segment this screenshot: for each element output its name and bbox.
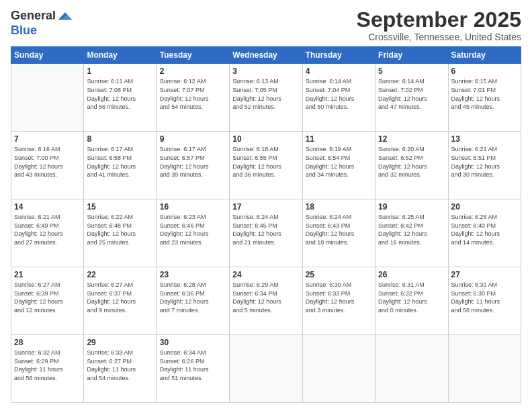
logo-icon [57, 8, 73, 24]
day-info: Sunrise: 6:27 AM Sunset: 6:37 PM Dayligh… [87, 281, 153, 314]
day-number: 3 [232, 66, 299, 77]
table-row: 4Sunrise: 6:14 AM Sunset: 7:04 PM Daylig… [302, 64, 375, 132]
calendar-week-row: 1Sunrise: 6:11 AM Sunset: 7:08 PM Daylig… [11, 64, 521, 132]
day-number: 14 [14, 201, 81, 212]
table-row: 24Sunrise: 6:29 AM Sunset: 6:34 PM Dayli… [230, 267, 302, 335]
day-number: 8 [87, 134, 153, 144]
header-sunday: Sunday [11, 47, 84, 64]
table-row: 14Sunrise: 6:21 AM Sunset: 6:49 PM Dayli… [11, 199, 84, 267]
calendar-table: Sunday Monday Tuesday Wednesday Thursday… [11, 46, 521, 403]
day-number: 30 [160, 337, 226, 348]
day-info: Sunrise: 6:21 AM Sunset: 6:49 PM Dayligh… [14, 213, 81, 246]
day-info: Sunrise: 6:16 AM Sunset: 7:00 PM Dayligh… [14, 145, 81, 179]
day-info: Sunrise: 6:20 AM Sunset: 6:52 PM Dayligh… [378, 145, 445, 179]
location-title: Crossville, Tennessee, United States [357, 32, 521, 42]
day-number: 29 [87, 337, 153, 348]
day-number: 2 [160, 66, 226, 77]
table-row [230, 335, 302, 403]
table-row: 19Sunrise: 6:25 AM Sunset: 6:42 PM Dayli… [375, 199, 448, 267]
table-row [448, 335, 521, 403]
table-row: 3Sunrise: 6:13 AM Sunset: 7:05 PM Daylig… [230, 64, 302, 132]
day-info: Sunrise: 6:17 AM Sunset: 6:57 PM Dayligh… [160, 145, 226, 179]
day-info: Sunrise: 6:18 AM Sunset: 6:55 PM Dayligh… [232, 145, 299, 179]
day-number: 28 [14, 337, 81, 348]
day-number: 17 [232, 201, 299, 212]
table-row [11, 64, 84, 132]
table-row: 28Sunrise: 6:32 AM Sunset: 6:29 PM Dayli… [11, 335, 84, 403]
day-info: Sunrise: 6:30 AM Sunset: 6:33 PM Dayligh… [306, 281, 372, 314]
logo-text-general: General [11, 9, 56, 23]
table-row: 21Sunrise: 6:27 AM Sunset: 6:39 PM Dayli… [11, 267, 84, 335]
day-number: 16 [160, 201, 226, 212]
day-number: 25 [306, 269, 372, 280]
day-info: Sunrise: 6:12 AM Sunset: 7:07 PM Dayligh… [160, 77, 226, 111]
day-info: Sunrise: 6:13 AM Sunset: 7:05 PM Dayligh… [232, 77, 299, 111]
table-row: 6Sunrise: 6:15 AM Sunset: 7:01 PM Daylig… [448, 64, 521, 132]
day-number: 10 [232, 134, 299, 144]
table-row: 18Sunrise: 6:24 AM Sunset: 6:43 PM Dayli… [302, 199, 375, 267]
day-number: 9 [160, 134, 226, 144]
title-block: September 2025 Crossville, Tennessee, Un… [357, 8, 521, 42]
table-row [375, 335, 448, 403]
day-info: Sunrise: 6:14 AM Sunset: 7:02 PM Dayligh… [378, 77, 445, 111]
day-number: 13 [451, 134, 518, 144]
table-row: 8Sunrise: 6:17 AM Sunset: 6:58 PM Daylig… [84, 132, 157, 199]
table-row: 20Sunrise: 6:26 AM Sunset: 6:40 PM Dayli… [448, 199, 521, 267]
page-header: General Blue September 2025 Crossville, … [11, 8, 521, 42]
day-info: Sunrise: 6:19 AM Sunset: 6:54 PM Dayligh… [306, 145, 372, 179]
day-number: 18 [306, 201, 372, 212]
day-info: Sunrise: 6:21 AM Sunset: 6:51 PM Dayligh… [451, 145, 518, 179]
table-row: 17Sunrise: 6:24 AM Sunset: 6:45 PM Dayli… [230, 199, 302, 267]
day-number: 15 [87, 201, 153, 212]
calendar-week-row: 14Sunrise: 6:21 AM Sunset: 6:49 PM Dayli… [11, 199, 521, 267]
day-info: Sunrise: 6:17 AM Sunset: 6:58 PM Dayligh… [87, 145, 153, 179]
day-number: 27 [451, 269, 518, 280]
table-row: 2Sunrise: 6:12 AM Sunset: 7:07 PM Daylig… [157, 64, 229, 132]
day-info: Sunrise: 6:32 AM Sunset: 6:29 PM Dayligh… [14, 349, 81, 382]
day-info: Sunrise: 6:24 AM Sunset: 6:45 PM Dayligh… [232, 213, 299, 246]
day-info: Sunrise: 6:14 AM Sunset: 7:04 PM Dayligh… [306, 77, 372, 111]
day-number: 11 [306, 134, 372, 144]
day-info: Sunrise: 6:25 AM Sunset: 6:42 PM Dayligh… [378, 213, 445, 246]
logo-text-blue: Blue [11, 24, 73, 38]
day-info: Sunrise: 6:15 AM Sunset: 7:01 PM Dayligh… [451, 77, 518, 111]
calendar-page: General Blue September 2025 Crossville, … [0, 0, 532, 411]
table-row [302, 335, 375, 403]
day-number: 22 [87, 269, 153, 280]
day-number: 23 [160, 269, 226, 280]
logo: General Blue [11, 8, 73, 38]
day-info: Sunrise: 6:31 AM Sunset: 6:30 PM Dayligh… [451, 281, 518, 314]
day-number: 24 [232, 269, 299, 280]
day-number: 6 [451, 66, 518, 77]
day-info: Sunrise: 6:33 AM Sunset: 6:27 PM Dayligh… [87, 349, 153, 382]
table-row: 5Sunrise: 6:14 AM Sunset: 7:02 PM Daylig… [375, 64, 448, 132]
table-row: 16Sunrise: 6:23 AM Sunset: 6:46 PM Dayli… [157, 199, 229, 267]
day-info: Sunrise: 6:28 AM Sunset: 6:36 PM Dayligh… [160, 281, 226, 314]
header-saturday: Saturday [448, 47, 521, 64]
day-number: 19 [378, 201, 445, 212]
day-info: Sunrise: 6:27 AM Sunset: 6:39 PM Dayligh… [14, 281, 81, 314]
table-row: 10Sunrise: 6:18 AM Sunset: 6:55 PM Dayli… [230, 132, 302, 199]
table-row: 27Sunrise: 6:31 AM Sunset: 6:30 PM Dayli… [448, 267, 521, 335]
table-row: 26Sunrise: 6:31 AM Sunset: 6:32 PM Dayli… [375, 267, 448, 335]
day-number: 5 [378, 66, 445, 77]
day-number: 4 [306, 66, 372, 77]
header-tuesday: Tuesday [157, 47, 229, 64]
day-info: Sunrise: 6:34 AM Sunset: 6:26 PM Dayligh… [160, 349, 226, 382]
day-info: Sunrise: 6:24 AM Sunset: 6:43 PM Dayligh… [306, 213, 372, 246]
day-info: Sunrise: 6:29 AM Sunset: 6:34 PM Dayligh… [232, 281, 299, 314]
day-info: Sunrise: 6:26 AM Sunset: 6:40 PM Dayligh… [451, 213, 518, 246]
day-number: 1 [87, 66, 153, 77]
day-info: Sunrise: 6:11 AM Sunset: 7:08 PM Dayligh… [87, 77, 153, 111]
day-info: Sunrise: 6:22 AM Sunset: 6:48 PM Dayligh… [87, 213, 153, 246]
table-row: 9Sunrise: 6:17 AM Sunset: 6:57 PM Daylig… [157, 132, 229, 199]
calendar-week-row: 21Sunrise: 6:27 AM Sunset: 6:39 PM Dayli… [11, 267, 521, 335]
table-row: 15Sunrise: 6:22 AM Sunset: 6:48 PM Dayli… [84, 199, 157, 267]
header-friday: Friday [375, 47, 448, 64]
header-thursday: Thursday [302, 47, 375, 64]
day-number: 26 [378, 269, 445, 280]
header-wednesday: Wednesday [230, 47, 302, 64]
table-row: 13Sunrise: 6:21 AM Sunset: 6:51 PM Dayli… [448, 132, 521, 199]
table-row: 25Sunrise: 6:30 AM Sunset: 6:33 PM Dayli… [302, 267, 375, 335]
header-monday: Monday [84, 47, 157, 64]
